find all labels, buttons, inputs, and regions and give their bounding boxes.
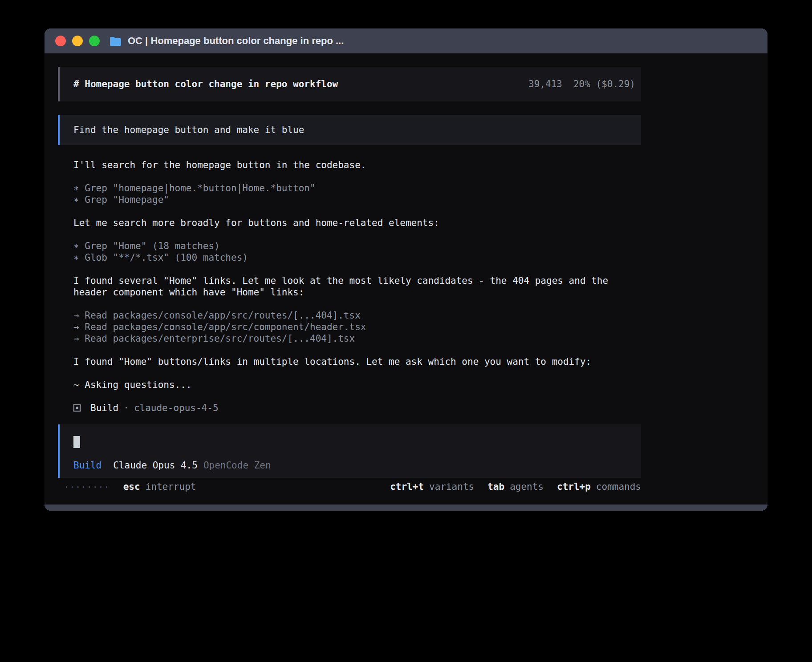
hint-commands: ctrl+p commands [557, 481, 641, 492]
hint-label: variants [429, 481, 474, 492]
provider-label: OpenCode Zen [203, 460, 271, 471]
hint-key: ctrl+t [390, 481, 424, 492]
text-cursor [73, 436, 80, 448]
assistant-line: I found several "Home" links. Let me loo… [73, 275, 641, 298]
minimize-button[interactable] [72, 36, 83, 46]
input-meta: Build Claude Opus 4.5 OpenCode Zen [73, 460, 641, 471]
window-title: OC | Homepage button color change in rep… [128, 35, 344, 47]
user-message-text: Find the homepage button and make it blu… [73, 125, 304, 135]
user-message: Find the homepage button and make it blu… [58, 115, 641, 145]
hint-variants: ctrl+t variants [390, 481, 474, 492]
session-header: # Homepage button color change in repo w… [58, 67, 641, 101]
assistant-line: I'll search for the homepage button in t… [73, 159, 641, 171]
status-left: ········ esc interrupt [58, 481, 196, 492]
status-right: ctrl+t variants tab agents ctrl+p comman… [390, 481, 641, 492]
hint-label: agents [510, 481, 544, 492]
token-count: 39,413 [528, 79, 562, 89]
assistant-line: I found "Home" buttons/links in multiple… [73, 356, 641, 367]
traffic-lights [55, 36, 100, 46]
tool-call-line: → Read packages/console/app/src/componen… [73, 321, 641, 333]
assistant-text-block: I found several "Home" links. Let me loo… [73, 275, 641, 298]
prompt-input[interactable]: Build Claude Opus 4.5 OpenCode Zen [58, 424, 641, 478]
assistant-line: ~ Asking questions... [73, 379, 641, 391]
titlebar[interactable]: OC | Homepage button color change in rep… [45, 28, 767, 53]
progress-dots: ········ [64, 482, 110, 492]
agent-icon-dot [76, 407, 78, 409]
agent-model: claude-opus-4-5 [134, 402, 219, 414]
tool-call-block: ∗ Grep "Home" (18 matches) ∗ Glob "**/*.… [73, 240, 641, 263]
agent-separator: · [123, 402, 129, 414]
window-bottom-edge [45, 505, 767, 511]
tool-call-line: → Read packages/enterprise/src/routes/[.… [73, 333, 641, 344]
terminal-content: # Homepage button color change in repo w… [45, 53, 767, 505]
session-stats: 39,413 20% ($0.29) [528, 79, 635, 89]
session-title: # Homepage button color change in repo w… [73, 79, 338, 89]
assistant-line: Let me search more broadly for buttons a… [73, 217, 641, 229]
hint-agents: tab agents [487, 481, 544, 492]
agent-icon [73, 404, 81, 412]
tool-call-line: → Read packages/console/app/src/routes/[… [73, 310, 641, 321]
tool-call-line: ∗ Grep "homepage|home.*button|Home.*butt… [73, 182, 641, 194]
status-bar: ········ esc interrupt ctrl+t variants t… [58, 481, 641, 492]
zoom-button[interactable] [89, 36, 100, 46]
tool-call-line: ∗ Grep "Homepage" [73, 194, 641, 206]
mode-label[interactable]: Build [73, 460, 102, 471]
hint-interrupt: esc interrupt [123, 481, 196, 492]
terminal-window: OC | Homepage button color change in rep… [45, 28, 767, 511]
tool-call-line: ∗ Grep "Home" (18 matches) [73, 240, 641, 252]
esc-key: esc [123, 481, 140, 492]
close-button[interactable] [55, 36, 66, 46]
tool-call-block: → Read packages/console/app/src/routes/[… [73, 310, 641, 344]
hint-label: commands [596, 481, 641, 492]
agent-name: Build [90, 402, 118, 414]
hint-key: ctrl+p [557, 481, 591, 492]
esc-label: interrupt [146, 481, 196, 492]
assistant-text-block: Let me search more broadly for buttons a… [73, 217, 641, 229]
transcript: I'll search for the homepage button in t… [58, 159, 641, 414]
tool-call-line: ∗ Glob "**/*.tsx" (100 matches) [73, 252, 641, 263]
folder-icon [110, 36, 122, 46]
hint-key: tab [487, 481, 504, 492]
context-cost: 20% ($0.29) [573, 79, 635, 89]
model-label[interactable]: Claude Opus 4.5 [113, 460, 198, 471]
assistant-text-block: I found "Home" buttons/links in multiple… [73, 356, 641, 367]
agent-status-row: Build · claude-opus-4-5 [73, 402, 641, 414]
assistant-status-block: ~ Asking questions... [73, 379, 641, 391]
assistant-text-block: I'll search for the homepage button in t… [73, 159, 641, 171]
tool-call-block: ∗ Grep "homepage|home.*button|Home.*butt… [73, 182, 641, 206]
